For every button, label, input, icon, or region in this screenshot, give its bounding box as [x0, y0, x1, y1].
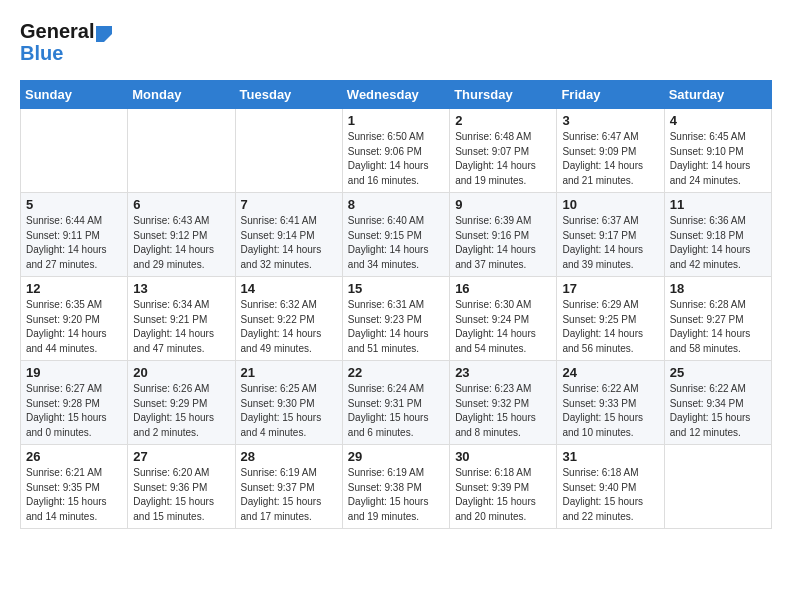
- calendar-day-31: 31Sunrise: 6:18 AMSunset: 9:40 PMDayligh…: [557, 445, 664, 529]
- day-info: Sunrise: 6:48 AMSunset: 9:07 PMDaylight:…: [455, 130, 551, 188]
- day-info: Sunrise: 6:44 AMSunset: 9:11 PMDaylight:…: [26, 214, 122, 272]
- calendar-day-27: 27Sunrise: 6:20 AMSunset: 9:36 PMDayligh…: [128, 445, 235, 529]
- day-number: 11: [670, 197, 766, 212]
- day-number: 20: [133, 365, 229, 380]
- calendar-day-12: 12Sunrise: 6:35 AMSunset: 9:20 PMDayligh…: [21, 277, 128, 361]
- day-info: Sunrise: 6:25 AMSunset: 9:30 PMDaylight:…: [241, 382, 337, 440]
- day-info: Sunrise: 6:23 AMSunset: 9:32 PMDaylight:…: [455, 382, 551, 440]
- day-info: Sunrise: 6:18 AMSunset: 9:40 PMDaylight:…: [562, 466, 658, 524]
- day-number: 24: [562, 365, 658, 380]
- calendar-day-17: 17Sunrise: 6:29 AMSunset: 9:25 PMDayligh…: [557, 277, 664, 361]
- calendar-day-10: 10Sunrise: 6:37 AMSunset: 9:17 PMDayligh…: [557, 193, 664, 277]
- day-info: Sunrise: 6:31 AMSunset: 9:23 PMDaylight:…: [348, 298, 444, 356]
- calendar-day-5: 5Sunrise: 6:44 AMSunset: 9:11 PMDaylight…: [21, 193, 128, 277]
- day-info: Sunrise: 6:22 AMSunset: 9:33 PMDaylight:…: [562, 382, 658, 440]
- day-number: 4: [670, 113, 766, 128]
- weekday-header-wednesday: Wednesday: [342, 81, 449, 109]
- day-number: 19: [26, 365, 122, 380]
- calendar-day-29: 29Sunrise: 6:19 AMSunset: 9:38 PMDayligh…: [342, 445, 449, 529]
- day-info: Sunrise: 6:34 AMSunset: 9:21 PMDaylight:…: [133, 298, 229, 356]
- day-info: Sunrise: 6:35 AMSunset: 9:20 PMDaylight:…: [26, 298, 122, 356]
- day-number: 7: [241, 197, 337, 212]
- logo-text: General Blue: [20, 20, 112, 64]
- day-number: 13: [133, 281, 229, 296]
- day-number: 25: [670, 365, 766, 380]
- day-number: 1: [348, 113, 444, 128]
- calendar-empty-cell: [128, 109, 235, 193]
- calendar-day-8: 8Sunrise: 6:40 AMSunset: 9:15 PMDaylight…: [342, 193, 449, 277]
- calendar-day-14: 14Sunrise: 6:32 AMSunset: 9:22 PMDayligh…: [235, 277, 342, 361]
- day-number: 31: [562, 449, 658, 464]
- day-number: 2: [455, 113, 551, 128]
- logo-blue: Blue: [20, 42, 63, 64]
- calendar-day-4: 4Sunrise: 6:45 AMSunset: 9:10 PMDaylight…: [664, 109, 771, 193]
- calendar-day-1: 1Sunrise: 6:50 AMSunset: 9:06 PMDaylight…: [342, 109, 449, 193]
- calendar-body: 1Sunrise: 6:50 AMSunset: 9:06 PMDaylight…: [21, 109, 772, 529]
- day-number: 18: [670, 281, 766, 296]
- day-number: 28: [241, 449, 337, 464]
- day-info: Sunrise: 6:21 AMSunset: 9:35 PMDaylight:…: [26, 466, 122, 524]
- day-info: Sunrise: 6:20 AMSunset: 9:36 PMDaylight:…: [133, 466, 229, 524]
- day-info: Sunrise: 6:27 AMSunset: 9:28 PMDaylight:…: [26, 382, 122, 440]
- calendar-day-25: 25Sunrise: 6:22 AMSunset: 9:34 PMDayligh…: [664, 361, 771, 445]
- calendar-day-16: 16Sunrise: 6:30 AMSunset: 9:24 PMDayligh…: [450, 277, 557, 361]
- weekday-header-sunday: Sunday: [21, 81, 128, 109]
- day-info: Sunrise: 6:41 AMSunset: 9:14 PMDaylight:…: [241, 214, 337, 272]
- weekday-header-thursday: Thursday: [450, 81, 557, 109]
- calendar-day-6: 6Sunrise: 6:43 AMSunset: 9:12 PMDaylight…: [128, 193, 235, 277]
- logo-general: General: [20, 20, 94, 42]
- day-number: 6: [133, 197, 229, 212]
- page-header: General Blue: [20, 20, 772, 64]
- day-info: Sunrise: 6:36 AMSunset: 9:18 PMDaylight:…: [670, 214, 766, 272]
- day-info: Sunrise: 6:32 AMSunset: 9:22 PMDaylight:…: [241, 298, 337, 356]
- day-number: 17: [562, 281, 658, 296]
- calendar-day-20: 20Sunrise: 6:26 AMSunset: 9:29 PMDayligh…: [128, 361, 235, 445]
- weekday-header-friday: Friday: [557, 81, 664, 109]
- day-info: Sunrise: 6:43 AMSunset: 9:12 PMDaylight:…: [133, 214, 229, 272]
- weekday-header-saturday: Saturday: [664, 81, 771, 109]
- calendar-week-row: 12Sunrise: 6:35 AMSunset: 9:20 PMDayligh…: [21, 277, 772, 361]
- day-info: Sunrise: 6:19 AMSunset: 9:37 PMDaylight:…: [241, 466, 337, 524]
- day-info: Sunrise: 6:24 AMSunset: 9:31 PMDaylight:…: [348, 382, 444, 440]
- weekday-header-monday: Monday: [128, 81, 235, 109]
- calendar-day-26: 26Sunrise: 6:21 AMSunset: 9:35 PMDayligh…: [21, 445, 128, 529]
- day-number: 22: [348, 365, 444, 380]
- day-number: 10: [562, 197, 658, 212]
- day-number: 12: [26, 281, 122, 296]
- calendar-empty-cell: [664, 445, 771, 529]
- day-number: 21: [241, 365, 337, 380]
- day-info: Sunrise: 6:45 AMSunset: 9:10 PMDaylight:…: [670, 130, 766, 188]
- calendar-day-30: 30Sunrise: 6:18 AMSunset: 9:39 PMDayligh…: [450, 445, 557, 529]
- calendar-table: SundayMondayTuesdayWednesdayThursdayFrid…: [20, 80, 772, 529]
- day-number: 3: [562, 113, 658, 128]
- day-info: Sunrise: 6:30 AMSunset: 9:24 PMDaylight:…: [455, 298, 551, 356]
- day-info: Sunrise: 6:47 AMSunset: 9:09 PMDaylight:…: [562, 130, 658, 188]
- calendar-day-19: 19Sunrise: 6:27 AMSunset: 9:28 PMDayligh…: [21, 361, 128, 445]
- day-info: Sunrise: 6:39 AMSunset: 9:16 PMDaylight:…: [455, 214, 551, 272]
- calendar-day-15: 15Sunrise: 6:31 AMSunset: 9:23 PMDayligh…: [342, 277, 449, 361]
- day-number: 23: [455, 365, 551, 380]
- logo: General Blue: [20, 20, 112, 64]
- calendar-day-23: 23Sunrise: 6:23 AMSunset: 9:32 PMDayligh…: [450, 361, 557, 445]
- day-number: 14: [241, 281, 337, 296]
- calendar-day-11: 11Sunrise: 6:36 AMSunset: 9:18 PMDayligh…: [664, 193, 771, 277]
- calendar-week-row: 19Sunrise: 6:27 AMSunset: 9:28 PMDayligh…: [21, 361, 772, 445]
- day-info: Sunrise: 6:37 AMSunset: 9:17 PMDaylight:…: [562, 214, 658, 272]
- day-info: Sunrise: 6:22 AMSunset: 9:34 PMDaylight:…: [670, 382, 766, 440]
- day-number: 16: [455, 281, 551, 296]
- calendar-day-13: 13Sunrise: 6:34 AMSunset: 9:21 PMDayligh…: [128, 277, 235, 361]
- calendar-header-row: SundayMondayTuesdayWednesdayThursdayFrid…: [21, 81, 772, 109]
- day-number: 15: [348, 281, 444, 296]
- day-info: Sunrise: 6:29 AMSunset: 9:25 PMDaylight:…: [562, 298, 658, 356]
- logo-arrow-icon: [96, 26, 112, 42]
- day-info: Sunrise: 6:28 AMSunset: 9:27 PMDaylight:…: [670, 298, 766, 356]
- calendar-day-3: 3Sunrise: 6:47 AMSunset: 9:09 PMDaylight…: [557, 109, 664, 193]
- day-number: 26: [26, 449, 122, 464]
- day-number: 30: [455, 449, 551, 464]
- day-number: 8: [348, 197, 444, 212]
- calendar-day-2: 2Sunrise: 6:48 AMSunset: 9:07 PMDaylight…: [450, 109, 557, 193]
- calendar-day-7: 7Sunrise: 6:41 AMSunset: 9:14 PMDaylight…: [235, 193, 342, 277]
- calendar-week-row: 5Sunrise: 6:44 AMSunset: 9:11 PMDaylight…: [21, 193, 772, 277]
- calendar-day-28: 28Sunrise: 6:19 AMSunset: 9:37 PMDayligh…: [235, 445, 342, 529]
- day-info: Sunrise: 6:50 AMSunset: 9:06 PMDaylight:…: [348, 130, 444, 188]
